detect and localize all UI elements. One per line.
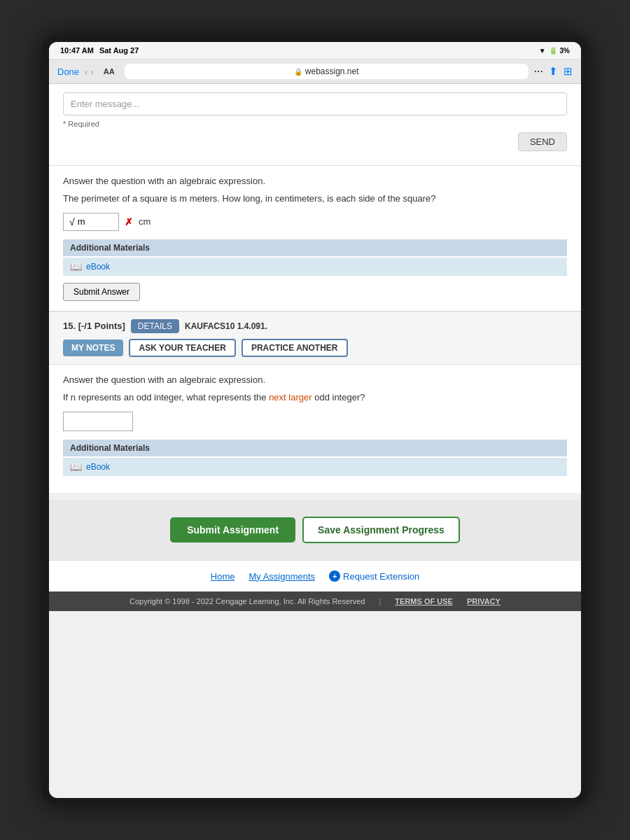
done-button[interactable]: Done <box>57 66 79 77</box>
q15-text-part1: If n represents an odd integer, what rep… <box>63 392 267 402</box>
question14-section: Answer the question with an algebraic ex… <box>49 166 581 312</box>
q15-details-button[interactable]: DETAILS <box>131 319 179 333</box>
footer-links: Home My Assignments + Request Extension <box>49 560 581 592</box>
q14-ebook-text: eBook <box>86 262 110 272</box>
separator: | <box>379 597 382 606</box>
lock-icon: 🔒 <box>294 68 302 76</box>
send-btn-area: SEND <box>63 132 567 151</box>
unit-text: cm <box>139 216 150 227</box>
aa-button[interactable]: AA <box>99 67 119 76</box>
forward-arrow[interactable]: › <box>90 66 93 77</box>
ebook-icon: 📖 <box>70 261 82 272</box>
q15-action-btns: MY NOTES ASK YOUR TEACHER PRACTICE ANOTH… <box>63 339 567 357</box>
my-notes-button[interactable]: MY NOTES <box>63 340 123 356</box>
browser-bar: Done ‹ › AA 🔒 webassign.net ··· ⬆ ⊞ <box>49 59 581 84</box>
url-text: webassign.net <box>305 66 359 76</box>
date: Sat Aug 27 <box>99 46 139 55</box>
terms-link[interactable]: TERMS OF USE <box>395 597 453 606</box>
q14-ebook-link[interactable]: 📖 eBook <box>63 258 567 276</box>
status-bar: 10:47 AM Sat Aug 27 ▼ 🔋 3% <box>49 42 581 59</box>
question15-header: 15. [-/1 Points] DETAILS KAUFACS10 1.4.0… <box>49 312 581 365</box>
bottom-action-area: Submit Assignment Save Assignment Progre… <box>49 500 581 560</box>
q15-ebook-icon: 📖 <box>70 461 82 472</box>
browser-icons: ⬆ ⊞ <box>549 65 573 78</box>
share-icon[interactable]: ⬆ <box>549 65 558 78</box>
wifi-icon: ▼ <box>539 47 546 55</box>
time: 10:47 AM <box>60 46 94 55</box>
sqrt-m: m <box>78 216 85 227</box>
q15-points: 15. [-/1 Points] <box>63 321 125 331</box>
request-extension-link[interactable]: + Request Extension <box>329 570 419 582</box>
status-right: ▼ 🔋 3% <box>539 47 570 55</box>
q15-ebook-link[interactable]: 📖 eBook <box>63 458 567 476</box>
required-text: * Required <box>63 120 567 128</box>
sqrt-symbol: √ <box>69 216 75 227</box>
more-options[interactable]: ··· <box>534 65 543 78</box>
q15-ebook-text: eBook <box>86 462 110 472</box>
q14-submit-answer-button[interactable]: Submit Answer <box>63 283 140 301</box>
send-button[interactable]: SEND <box>518 132 567 151</box>
x-mark: ✗ <box>125 216 133 227</box>
message-input[interactable]: Enter message... <box>63 92 567 115</box>
question15-body: Answer the question with an algebraic ex… <box>49 365 581 493</box>
url-bar[interactable]: 🔒 webassign.net <box>125 64 528 79</box>
nav-arrows: ‹ › <box>85 66 94 77</box>
q15-course-code: KAUFACS10 1.4.091. <box>185 321 267 331</box>
q15-instruction: Answer the question with an algebraic ex… <box>63 374 567 385</box>
back-arrow[interactable]: ‹ <box>85 66 88 77</box>
q14-answer-box[interactable]: √ m <box>63 213 119 231</box>
q15-text-part2: odd integer? <box>314 392 365 402</box>
next-larger-text: next larger <box>269 392 312 402</box>
q14-instruction: Answer the question with an algebraic ex… <box>63 176 567 186</box>
q14-answer-row: √ m ✗ cm <box>63 213 567 231</box>
tablet-frame: 10:47 AM Sat Aug 27 ▼ 🔋 3% Done ‹ › AA 🔒… <box>42 35 588 805</box>
battery-percent: 3% <box>560 47 570 55</box>
q14-text: The perimeter of a square is m meters. H… <box>63 192 567 206</box>
save-progress-button[interactable]: Save Assignment Progress <box>302 517 460 543</box>
copyright-text: Copyright © 1998 - 2022 Cengage Learning… <box>130 597 365 606</box>
my-assignments-link[interactable]: My Assignments <box>248 571 315 582</box>
plus-icon: + <box>329 570 340 582</box>
privacy-link[interactable]: PRIVACY <box>467 597 500 606</box>
battery-icon: 🔋 <box>549 47 557 55</box>
status-left: 10:47 AM Sat Aug 27 <box>60 46 139 55</box>
submit-assignment-button[interactable]: Submit Assignment <box>170 517 295 542</box>
q15-meta-row: 15. [-/1 Points] DETAILS KAUFACS10 1.4.0… <box>63 319 567 333</box>
q14-additional-materials: Additional Materials <box>63 239 567 256</box>
request-ext-text: Request Extension <box>343 571 419 582</box>
tablet-screen: 10:47 AM Sat Aug 27 ▼ 🔋 3% Done ‹ › AA 🔒… <box>49 42 581 798</box>
copyright-bar: Copyright © 1998 - 2022 Cengage Learning… <box>49 592 581 611</box>
q15-text: If n represents an odd integer, what rep… <box>63 391 567 405</box>
q15-answer-input[interactable] <box>63 412 133 431</box>
tabs-icon[interactable]: ⊞ <box>564 65 573 78</box>
ask-teacher-section: Enter message... * Required SEND <box>49 84 581 166</box>
q15-additional-materials: Additional Materials <box>63 440 567 456</box>
home-link[interactable]: Home <box>211 571 235 582</box>
practice-another-button[interactable]: PRACTICE ANOTHER <box>241 339 348 357</box>
ask-teacher-button[interactable]: ASK YOUR TEACHER <box>129 339 235 357</box>
